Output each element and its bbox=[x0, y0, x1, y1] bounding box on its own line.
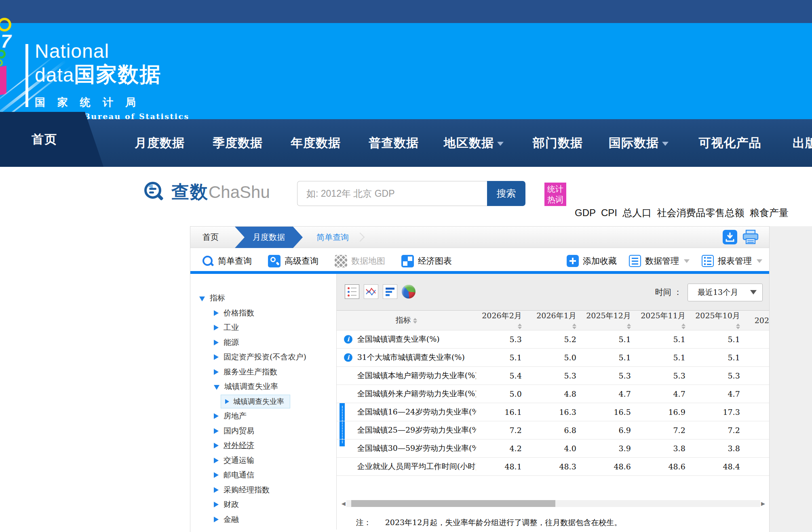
indicator-label[interactable]: 全国城镇25—29岁劳动力失业率(%) bbox=[337, 425, 476, 435]
value-cell: 4.0 bbox=[531, 444, 585, 453]
value-cell: 4.8 bbox=[531, 389, 585, 398]
tree-item-energy[interactable]: 能源 bbox=[190, 335, 336, 350]
table-row: 全国城镇本地户籍劳动力失业率(%) 5.4 5.3 5.3 5.3 5.3 bbox=[337, 367, 769, 385]
scroll-left-arrow[interactable]: ◀ bbox=[341, 500, 346, 507]
info-icon[interactable]: i bbox=[344, 335, 352, 344]
value-cell: 3.8 bbox=[694, 444, 749, 453]
nav-item-visualization[interactable]: 可视化产品 bbox=[699, 119, 761, 167]
tree-item-fixed-assets[interactable]: 固定资产投资(不含农户) bbox=[190, 350, 336, 365]
column-header-month[interactable]: 2026年1月 bbox=[531, 311, 585, 330]
table-view-button[interactable] bbox=[345, 284, 359, 299]
tree-item-unemployment[interactable]: 城镇调查失业率 bbox=[190, 379, 336, 394]
nav-item-international[interactable]: 国际数据 bbox=[609, 119, 669, 167]
tree-item-finance[interactable]: 金融 bbox=[190, 512, 336, 527]
data-map-button[interactable]: 数据地图 bbox=[335, 255, 385, 267]
tree-item-transport[interactable]: 交通运输 bbox=[190, 453, 336, 468]
sort-icon[interactable] bbox=[736, 324, 740, 329]
scrollbar-track[interactable] bbox=[346, 500, 760, 507]
sort-icon[interactable] bbox=[681, 324, 685, 329]
time-range-select[interactable]: 最近13个月 bbox=[688, 284, 763, 301]
line-chart-icon bbox=[366, 287, 376, 296]
value-cell: 5.3 bbox=[476, 335, 531, 344]
value-cell: 5.3 bbox=[531, 371, 585, 380]
report-manage-button[interactable]: 报表管理 bbox=[702, 255, 762, 267]
indicator-label[interactable]: i31个大城市城镇调查失业率(%) bbox=[337, 352, 476, 363]
nav-item-regional[interactable]: 地区数据 bbox=[444, 119, 504, 167]
line-chart-view-button[interactable] bbox=[364, 284, 378, 299]
bar-chart-view-button[interactable] bbox=[383, 284, 397, 299]
pie-chart-view-button[interactable] bbox=[402, 285, 415, 299]
tree-item-pmi[interactable]: 采购经理指数 bbox=[190, 483, 336, 498]
tree-item-foreign-economy[interactable]: 对外经济 bbox=[190, 438, 336, 453]
economic-chart-button[interactable]: 经济图表 bbox=[401, 255, 452, 267]
table-row: i31个大城市城镇调查失业率(%) 5.1 5.0 5.1 5.1 5.1 bbox=[337, 349, 769, 367]
nav-item-annual[interactable]: 年度数据 bbox=[291, 119, 341, 167]
scroll-right-arrow[interactable]: ▶ bbox=[760, 500, 766, 507]
search-input[interactable] bbox=[297, 181, 487, 206]
indicator-label[interactable]: 全国城镇本地户籍劳动力失业率(%) bbox=[337, 370, 476, 381]
breadcrumb-current[interactable]: 简单查询 bbox=[316, 227, 349, 248]
chashu-brand: 查数ChaShu bbox=[142, 180, 270, 204]
note-text: 2023年12月起，失业率年龄分组进行了调整，往月数据包含在校生。 bbox=[385, 517, 622, 528]
tree-root-indicators[interactable]: 指标 bbox=[190, 291, 336, 306]
indicator-label[interactable]: i全国城镇调查失业率(%) bbox=[337, 334, 476, 345]
map-icon bbox=[335, 255, 347, 267]
column-header-month[interactable]: 2025年12月 bbox=[585, 311, 640, 330]
nav-item-department[interactable]: 部门数据 bbox=[533, 119, 583, 167]
value-cell: 48.6 bbox=[640, 462, 694, 471]
value-cell: 6.8 bbox=[531, 426, 585, 435]
nav-item-monthly[interactable]: 月度数据 bbox=[135, 119, 185, 167]
nav-item-publication[interactable]: 出版 bbox=[793, 119, 812, 167]
nav-item-census[interactable]: 普查数据 bbox=[369, 119, 419, 167]
value-cell: 5.0 bbox=[476, 389, 531, 398]
tree-collapsed-icon bbox=[214, 517, 219, 522]
nav-item-home[interactable]: 首页 bbox=[0, 112, 103, 167]
add-favorite-button[interactable]: 添加收藏 bbox=[567, 255, 617, 267]
banner-decoration-ring bbox=[0, 59, 3, 66]
info-icon[interactable]: i bbox=[344, 353, 352, 362]
main-nav: 首页 月度数据 季度数据 年度数据 普查数据 地区数据 部门数据 国际数据 可视… bbox=[0, 119, 812, 167]
sort-icon[interactable] bbox=[627, 324, 631, 329]
breadcrumb-active-tab[interactable]: 月度数据 bbox=[235, 227, 303, 248]
value-cell: 3.9 bbox=[585, 444, 640, 453]
tree-item-real-estate[interactable]: 房地产 bbox=[190, 409, 336, 424]
value-cell: 17.3 bbox=[694, 408, 749, 416]
tree-item-industry[interactable]: 工业 bbox=[190, 320, 336, 335]
advanced-query-button[interactable]: 高级查询 bbox=[268, 255, 318, 267]
tree-item-price-index[interactable]: 价格指数 bbox=[190, 306, 336, 321]
table-row: 全国城镇30—59岁劳动力失业率(%) 4.2 4.0 3.9 3.8 3.8 bbox=[337, 439, 769, 458]
breadcrumb-home[interactable]: 首页 bbox=[202, 227, 219, 248]
download-button[interactable] bbox=[723, 230, 737, 244]
column-header-month[interactable]: 2026年2月 bbox=[476, 311, 531, 330]
scrollbar-thumb[interactable] bbox=[351, 500, 555, 507]
simple-query-button[interactable]: 简单查询 bbox=[202, 255, 252, 267]
column-header-month[interactable]: 2025年10月 bbox=[694, 311, 749, 330]
tree-collapsed-icon bbox=[214, 340, 219, 345]
tree-item-unemployment-selected[interactable]: 城镇调查失业率 bbox=[221, 395, 290, 408]
value-cell: 16.1 bbox=[476, 408, 531, 416]
value-cell: 5.1 bbox=[585, 353, 640, 362]
value-cell: 4.7 bbox=[585, 389, 640, 398]
indicator-label[interactable]: 全国城镇16—24岁劳动力失业率(%) bbox=[337, 407, 476, 417]
indicator-label[interactable]: 全国城镇外来户籍劳动力失业率(%) bbox=[337, 389, 476, 399]
search-button[interactable]: 搜索 bbox=[487, 181, 525, 206]
nav-item-quarterly[interactable]: 季度数据 bbox=[213, 119, 263, 167]
tree-item-post-telecom[interactable]: 邮电通信 bbox=[190, 468, 336, 483]
logo-line-bureau-cn: 国家统计局 bbox=[35, 95, 190, 109]
column-header-month[interactable]: 2025年11月 bbox=[640, 311, 694, 330]
tree-expanded-icon bbox=[199, 296, 205, 301]
data-table-region: 时间 ： 最近13个月 指标 2026年2月 2026年1月 2025年12月 … bbox=[337, 274, 769, 530]
print-button[interactable] bbox=[742, 229, 759, 245]
sort-icon[interactable] bbox=[413, 318, 417, 324]
sort-icon[interactable] bbox=[518, 324, 522, 329]
indicator-label[interactable]: 企业就业人员周平均工作时间(小时) bbox=[337, 461, 476, 472]
indicator-label[interactable]: 全国城镇30—59岁劳动力失业率(%) bbox=[337, 443, 476, 454]
top-strip bbox=[0, 0, 812, 23]
column-header-indicator[interactable]: 指标 bbox=[337, 315, 476, 326]
tree-item-fiscal[interactable]: 财政 bbox=[190, 497, 336, 512]
tree-item-services-index[interactable]: 服务业生产指数 bbox=[190, 365, 336, 380]
data-manage-button[interactable]: 数据管理 bbox=[629, 255, 690, 267]
panel-body: 指标 价格指数 工业 能源 固定资产投资(不含农户) 服务业生产指数 城镇调查失… bbox=[190, 274, 769, 530]
tree-item-domestic-trade[interactable]: 国内贸易 bbox=[190, 424, 336, 439]
sort-icon[interactable] bbox=[572, 324, 576, 329]
